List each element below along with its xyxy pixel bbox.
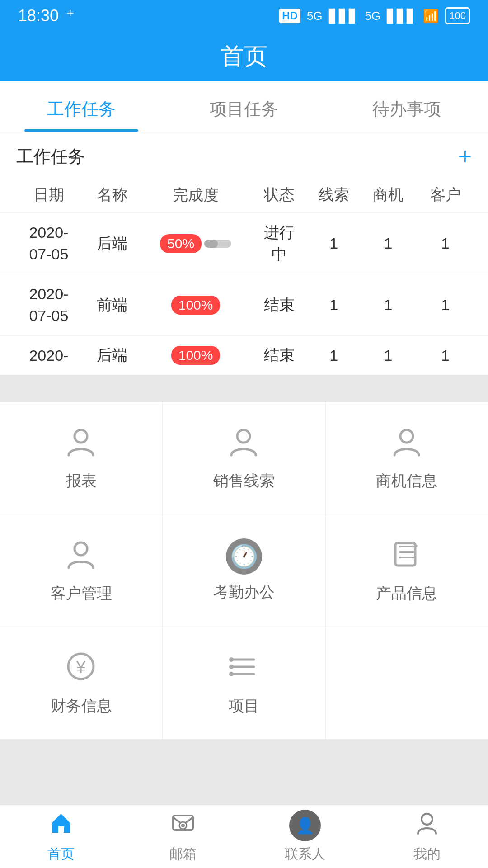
menu-row-1: 报表 销售线索 商机信息: [0, 402, 488, 514]
nav-contact[interactable]: 👤 联系人: [244, 805, 366, 868]
tab-project-task[interactable]: 项目任务: [163, 81, 325, 132]
svg-point-3: [75, 542, 87, 555]
svg-point-15: [181, 824, 185, 827]
svg-point-0: [75, 430, 87, 443]
bottom-nav: 首页 邮箱 👤 联系人 我的: [0, 805, 488, 868]
nav-mine-label: 我的: [413, 845, 441, 863]
add-task-button[interactable]: +: [458, 145, 472, 168]
table-row[interactable]: 2020-07-05 后端 50% 进行中 1 1 1: [0, 213, 488, 274]
row2-leads: 1: [306, 274, 361, 336]
col-date: 日期: [0, 177, 85, 213]
row2-customer: 1: [415, 274, 488, 336]
attendance-icon: 🕐: [226, 538, 262, 575]
task-card-title: 工作任务: [16, 145, 85, 168]
row2-name: 前端: [85, 274, 139, 336]
menu-label-opportunity: 商机信息: [376, 471, 437, 491]
finance-icon: ¥: [64, 650, 98, 689]
reports-icon: [64, 425, 98, 463]
menu-label-sales-leads: 销售线索: [213, 471, 275, 491]
battery-level: 100: [449, 10, 466, 21]
row3-customer: 1: [415, 336, 488, 375]
row1-customer: 1: [415, 213, 488, 274]
page-header: 首页: [0, 32, 488, 81]
signal-bars2: ▋▋▋: [387, 9, 417, 24]
task-card-header: 工作任务 +: [0, 132, 488, 177]
row3-status: 结束: [252, 336, 306, 375]
gray-divider: [0, 375, 488, 402]
tab-work-task[interactable]: 工作任务: [0, 81, 163, 132]
row3-name: 后端: [85, 336, 139, 375]
menu-item-finance[interactable]: ¥ 财务信息: [0, 627, 163, 739]
table-row[interactable]: 2020- 后端 100% 结束 1 1 1: [0, 336, 488, 375]
col-name: 名称: [85, 177, 139, 213]
row3-progress: 100%: [139, 336, 252, 375]
hd-icon: HD: [279, 9, 300, 23]
menu-item-project[interactable]: 项目: [163, 627, 325, 739]
nav-mine[interactable]: 我的: [366, 805, 488, 868]
row3-leads: 1: [306, 336, 361, 375]
menu-label-finance: 财务信息: [51, 696, 112, 717]
status-bar: 18:30 ⁺ HD 5G ▋▋▋ 5G ▋▋▋ 📶 100: [0, 0, 488, 32]
svg-point-1: [237, 430, 250, 443]
nav-home-label: 首页: [47, 845, 75, 863]
contact-icon: 👤: [289, 810, 321, 841]
col-customer: 客户: [415, 177, 488, 213]
row2-date: 2020-07-05: [0, 274, 85, 336]
mailbox-icon: [170, 810, 196, 841]
row2-progress: 100%: [139, 274, 252, 336]
menu-item-product-info[interactable]: 产品信息: [326, 514, 488, 627]
svg-point-16: [422, 814, 432, 825]
project-icon: [227, 650, 261, 689]
menu-label-product-info: 产品信息: [376, 583, 437, 604]
svg-point-11: [229, 665, 234, 669]
nav-contact-label: 联系人: [285, 845, 325, 863]
menu-item-attendance[interactable]: 🕐 考勤办公: [163, 514, 325, 627]
nav-home[interactable]: 首页: [0, 805, 122, 868]
row1-status: 进行中: [252, 213, 306, 274]
menu-item-empty: [326, 627, 488, 739]
signal-bars1: ▋▋▋: [329, 9, 359, 24]
row2-opportunity: 1: [361, 274, 415, 336]
svg-text:¥: ¥: [76, 658, 86, 677]
home-icon: [48, 810, 74, 841]
battery-indicator: 100: [445, 7, 470, 24]
svg-point-2: [400, 430, 413, 443]
tab-pending[interactable]: 待办事项: [325, 81, 488, 132]
menu-item-reports[interactable]: 报表: [0, 402, 163, 514]
status-time: 18:30 ⁺: [18, 6, 75, 25]
task-table: 日期 名称 完成度 状态 线索 商机 客户 2020-07-05 后端 50%: [0, 177, 488, 375]
table-row[interactable]: 2020-07-05 前端 100% 结束 1 1 1: [0, 274, 488, 336]
task-card: 工作任务 + 日期 名称 完成度 状态 线索 商机 客户 2020-07-05 …: [0, 132, 488, 375]
customer-mgmt-icon: [64, 537, 98, 576]
wifi-icon: 📶: [423, 9, 439, 24]
progress-pill-3: 100%: [171, 346, 221, 365]
table-header-row: 日期 名称 完成度 状态 线索 商机 客户: [0, 177, 488, 213]
row1-progress: 50%: [139, 213, 252, 274]
nav-mailbox[interactable]: 邮箱: [122, 805, 244, 868]
time-display: 18:30: [18, 6, 59, 25]
nav-mailbox-label: 邮箱: [169, 845, 197, 863]
menu-item-opportunity[interactable]: 商机信息: [326, 402, 488, 514]
row1-date: 2020-07-05: [0, 213, 85, 274]
menu-item-sales-leads[interactable]: 销售线索: [163, 402, 325, 514]
progress-pill-1: 50%: [160, 234, 202, 253]
menu-item-customer-mgmt[interactable]: 客户管理: [0, 514, 163, 627]
row3-date: 2020-: [0, 336, 85, 375]
menu-label-attendance: 考勤办公: [213, 582, 275, 603]
progress-bar-1: [204, 240, 231, 248]
col-opportunity: 商机: [361, 177, 415, 213]
user-icon: [414, 810, 440, 841]
status-right: HD 5G ▋▋▋ 5G ▋▋▋ 📶 100: [279, 7, 470, 24]
col-leads: 线索: [306, 177, 361, 213]
col-progress: 完成度: [139, 177, 252, 213]
row2-status: 结束: [252, 274, 306, 336]
progress-pill-2: 100%: [171, 296, 221, 315]
5g-icon1: 5G: [307, 9, 323, 23]
col-status: 状态: [252, 177, 306, 213]
5g-icon2: 5G: [365, 9, 381, 23]
signal-icon: ⁺: [66, 6, 75, 25]
product-info-icon: [390, 538, 424, 576]
tab-bar: 工作任务 项目任务 待办事项: [0, 81, 488, 132]
menu-label-reports: 报表: [66, 471, 97, 491]
opportunity-icon: [390, 425, 424, 463]
